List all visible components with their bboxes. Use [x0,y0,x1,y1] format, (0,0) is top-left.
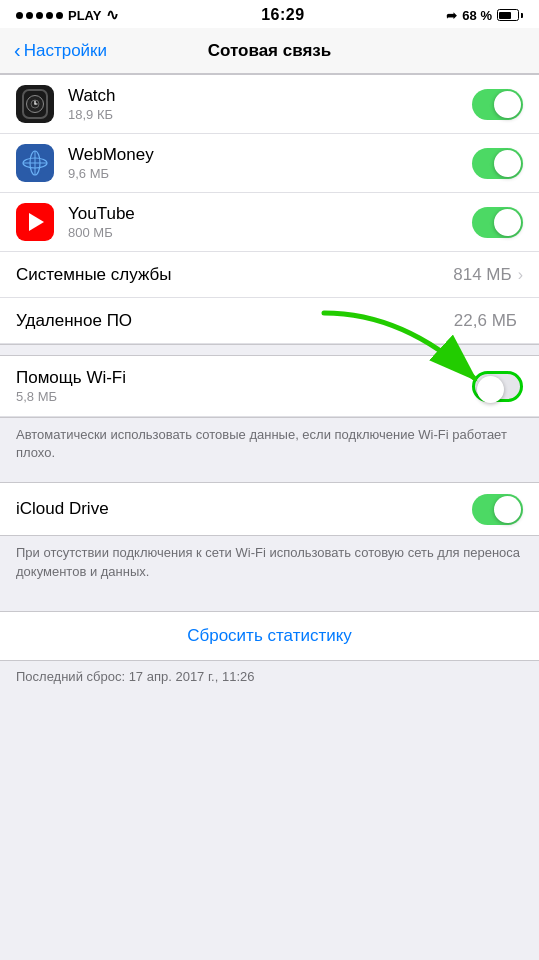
status-right: ➦ 68 % [446,8,523,23]
watch-title: Watch [68,86,472,106]
battery-fill [499,12,510,19]
battery-tip [521,13,523,18]
watch-toggle-knob [494,91,521,118]
youtube-item-text: YouTube 800 МБ [68,204,472,240]
location-icon: ➦ [446,8,457,23]
dot-5 [56,12,63,19]
app-list-section: Watch 18,9 КБ WebMoney 9,6 МБ [0,74,539,345]
youtube-app-icon [16,203,54,241]
status-bar: PLAY ∿ 16:29 ➦ 68 % [0,0,539,28]
dot-1 [16,12,23,19]
wifi-assist-row: Помощь Wi-Fi 5,8 МБ [0,356,539,417]
watch-size: 18,9 КБ [68,107,472,122]
dot-4 [46,12,53,19]
webmoney-title: WebMoney [68,145,472,165]
list-item: WebMoney 9,6 МБ [0,134,539,193]
battery-percent: 68 % [462,8,492,23]
back-label: Настройки [24,41,107,61]
watch-clock-hands [30,99,40,109]
icloud-description: При отсутствии подключения к сети Wi-Fi … [0,536,539,590]
remote-access-value: 22,6 МБ [454,311,517,331]
wifi-assist-description: Автоматически использовать сотовые данны… [0,418,539,472]
youtube-play-icon [29,213,44,231]
system-services-value: 814 МБ [453,265,511,285]
icloud-drive-toggle-knob [494,496,521,523]
wifi-assist-text: Помощь Wi-Fi 5,8 МБ [16,368,472,404]
webmoney-icon-svg [19,147,51,179]
remote-access-title: Удаленное ПО [16,311,454,331]
dot-3 [36,12,43,19]
back-chevron-icon: ‹ [14,39,21,62]
youtube-toggle-knob [494,209,521,236]
back-button[interactable]: ‹ Настройки [14,39,142,62]
watch-toggle[interactable] [472,89,523,120]
youtube-size: 800 МБ [68,225,472,240]
webmoney-size: 9,6 МБ [68,166,472,181]
section-separator-1 [0,345,539,355]
watch-app-icon [16,85,54,123]
webmoney-toggle[interactable] [472,148,523,179]
icloud-drive-title: iCloud Drive [16,499,472,519]
wifi-icon: ∿ [106,6,119,24]
watch-inner [26,95,44,113]
youtube-toggle[interactable] [472,207,523,238]
watch-face [22,89,48,119]
section-separator-3 [0,591,539,601]
watch-item-text: Watch 18,9 КБ [68,86,472,122]
webmoney-app-icon [16,144,54,182]
system-services-title: Системные службы [16,265,453,285]
carrier-label: PLAY [68,8,101,23]
system-services-text: Системные службы [16,265,453,285]
wifi-assist-toggle[interactable] [472,371,523,402]
remote-access-text: Удаленное ПО [16,311,454,331]
icloud-drive-row: iCloud Drive [0,483,539,535]
webmoney-toggle-knob [494,150,521,177]
icloud-drive-toggle[interactable] [472,494,523,525]
icloud-section: iCloud Drive [0,482,539,536]
list-item: Watch 18,9 КБ [0,75,539,134]
section-separator-2 [0,472,539,482]
clock: 16:29 [261,6,304,24]
system-services-row[interactable]: Системные службы 814 МБ › [0,252,539,298]
chevron-right-icon: › [518,266,523,284]
reset-statistics-button[interactable]: Сбросить статистику [0,612,539,660]
page-title: Сотовая связь [142,41,398,61]
dot-2 [26,12,33,19]
wifi-assist-section: Помощь Wi-Fi 5,8 МБ [0,355,539,418]
list-item: YouTube 800 МБ [0,193,539,252]
nav-bar: ‹ Настройки Сотовая связь [0,28,539,74]
wifi-assist-size: 5,8 МБ [16,389,472,404]
signal-dots [16,12,63,19]
wifi-assist-toggle-knob [477,376,504,403]
wifi-assist-title: Помощь Wi-Fi [16,368,472,388]
battery-icon [497,9,523,21]
youtube-title: YouTube [68,204,472,224]
icloud-drive-text: iCloud Drive [16,499,472,519]
last-reset-label: Последний сброс: 17 апр. 2017 г., 11:26 [0,661,539,692]
battery-body [497,9,519,21]
reset-section: Сбросить статистику [0,611,539,661]
status-left: PLAY ∿ [16,6,119,24]
webmoney-item-text: WebMoney 9,6 МБ [68,145,472,181]
remote-access-row: Удаленное ПО 22,6 МБ [0,298,539,344]
